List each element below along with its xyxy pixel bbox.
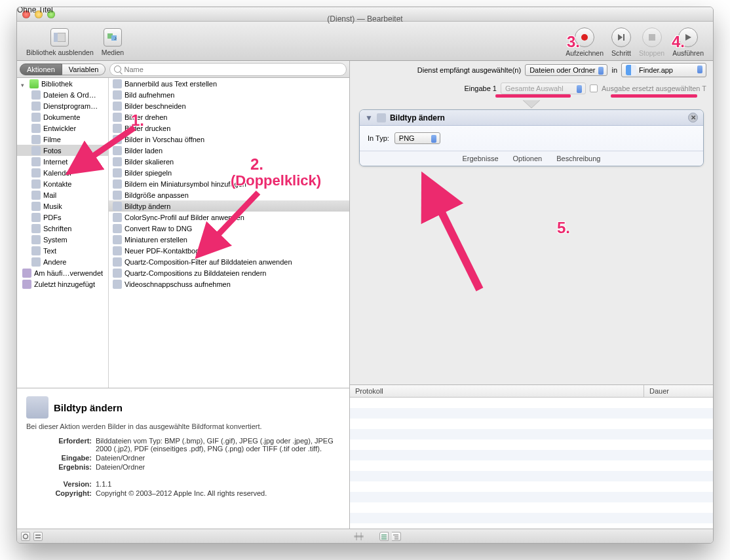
workflow-area[interactable]: ▼ Bildtyp ändern ✕ In Typ: PNG <box>356 100 706 381</box>
category-item[interactable]: Dienstprogram… <box>17 100 108 111</box>
info-title: Bildtyp ändern <box>26 396 340 419</box>
svg-rect-7 <box>649 34 655 41</box>
category-icon <box>31 124 41 133</box>
action-item[interactable]: Bilder in Vorschau öffnen <box>109 134 349 145</box>
action-item[interactable]: Quartz-Compositions zu Bilddateien rende… <box>109 267 349 278</box>
search-field[interactable] <box>109 63 347 76</box>
category-column[interactable]: Bibliothek Dateien & Ord…Dienstprogram…D… <box>17 78 109 388</box>
action-card-bildtyp[interactable]: ▼ Bildtyp ändern ✕ In Typ: PNG <box>359 109 704 166</box>
footer-description-button[interactable]: Beschreibung <box>556 155 600 162</box>
action-icon <box>113 191 122 200</box>
action-icon <box>113 135 122 144</box>
action-remove-button[interactable]: ✕ <box>688 113 698 122</box>
category-item[interactable]: PDFs <box>17 212 108 223</box>
action-item[interactable]: Bilder beschneiden <box>109 100 349 111</box>
replace-checkbox[interactable] <box>590 84 598 92</box>
footer-options-button[interactable]: Optionen <box>513 155 543 162</box>
search-icon <box>114 65 121 73</box>
view-list-button[interactable] <box>379 532 389 541</box>
intype-dropdown[interactable]: PNG <box>394 132 440 144</box>
view-outline-button[interactable] <box>392 532 401 541</box>
action-icon <box>113 257 122 267</box>
svg-marker-9 <box>522 100 541 108</box>
disclosure-triangle-icon[interactable]: ▼ <box>365 113 373 122</box>
action-large-icon <box>26 396 48 419</box>
category-item[interactable]: Mail <box>17 189 108 200</box>
action-icon <box>113 168 122 177</box>
action-icon <box>113 79 122 88</box>
action-item[interactable]: Bannerbild aus Text erstellen <box>109 78 349 89</box>
action-icon <box>113 102 122 111</box>
action-item[interactable]: Convert Raw to DNG <box>109 223 349 234</box>
action-item[interactable]: Bilder drucken <box>109 122 349 134</box>
action-item[interactable]: Bilder laden <box>109 145 349 156</box>
run-icon <box>678 28 698 47</box>
category-item[interactable]: Fotos <box>17 145 108 156</box>
log-col-protocol[interactable]: Protokoll <box>350 385 644 397</box>
svg-marker-8 <box>685 34 691 41</box>
category-item[interactable]: System <box>17 234 108 245</box>
action-item[interactable]: Bild aufnehmen <box>109 89 349 100</box>
action-card-body: In Typ: PNG <box>360 126 703 151</box>
footer-results-button[interactable]: Ergebnisse <box>463 155 499 162</box>
action-card-header[interactable]: ▼ Bildtyp ändern ✕ <box>360 110 703 126</box>
service-receives-dropdown[interactable]: Dateien oder Ordner <box>525 64 607 76</box>
category-item[interactable]: Text <box>17 245 108 256</box>
run-button[interactable]: Ausführen <box>668 28 708 57</box>
service-in-label: in <box>611 66 617 74</box>
svg-point-10 <box>24 534 28 538</box>
gear-menu-button[interactable] <box>21 532 30 541</box>
action-item[interactable]: Bilder spiegeln <box>109 167 349 178</box>
action-item[interactable]: Bildern ein Miniatursymbol hinzufügen <box>109 178 349 189</box>
search-input[interactable] <box>124 65 342 73</box>
library-columns: Bibliothek Dateien & Ord…Dienstprogram…D… <box>17 78 349 388</box>
action-item[interactable]: Quartz-Composition-Filter auf Bilddateie… <box>109 256 349 267</box>
category-item[interactable]: Dokumente <box>17 111 108 122</box>
category-icon <box>31 146 41 155</box>
category-icon <box>31 257 41 267</box>
action-item[interactable]: ColorSync-Profil auf Bilder anwenden <box>109 212 349 223</box>
stop-button[interactable]: Stoppen <box>635 28 668 57</box>
hide-library-button[interactable]: Bibliothek ausblenden <box>22 28 98 56</box>
action-icon <box>113 146 122 155</box>
category-item[interactable]: Andere <box>17 256 108 267</box>
smart-folder-item[interactable]: Zuletzt hinzugefügt <box>17 278 108 289</box>
category-item[interactable]: Entwickler <box>17 122 108 134</box>
action-icon <box>113 235 122 244</box>
step-button[interactable]: Schritt <box>607 28 635 57</box>
smart-folder-item[interactable]: Am häufi…verwendet <box>17 267 108 278</box>
tab-actions[interactable]: Aktionen <box>20 64 62 75</box>
media-button[interactable]: ♪ Medien <box>98 28 128 56</box>
main-area: Aktionen Variablen Bibliothek Dateien & … <box>17 61 713 529</box>
category-item[interactable]: Kalender <box>17 167 108 178</box>
library-root[interactable]: Bibliothek <box>17 78 108 89</box>
disclosure-triangle-icon[interactable] <box>21 81 27 86</box>
category-item[interactable]: Dateien & Ord… <box>17 89 108 100</box>
category-item[interactable]: Musik <box>17 200 108 212</box>
titlebar: Ohne Titel (Dienst) — Bearbeitet <box>17 7 713 22</box>
action-item[interactable]: Bilder drehen <box>109 111 349 122</box>
category-item[interactable]: Internet <box>17 156 108 167</box>
log-col-duration[interactable]: Dauer <box>644 385 713 397</box>
record-button[interactable]: Aufzeichnen <box>562 28 607 57</box>
actions-column[interactable]: Bannerbild aus Text erstellenBild aufneh… <box>109 78 349 388</box>
library-pane: Aktionen Variablen Bibliothek Dateien & … <box>17 61 350 529</box>
action-item[interactable]: Videoschnappschuss aufnehmen <box>109 278 349 289</box>
action-item[interactable]: Bildgröße anpassen <box>109 189 349 200</box>
action-card-title: Bildtyp ändern <box>390 113 445 122</box>
svg-rect-11 <box>35 534 41 536</box>
svg-rect-16 <box>393 534 398 536</box>
service-input-label: Eingabe 1 <box>356 84 497 92</box>
category-item[interactable]: Filme <box>17 134 108 145</box>
action-item[interactable]: Miniaturen erstellen <box>109 234 349 245</box>
category-item[interactable]: Schriften <box>17 223 108 234</box>
tab-variables[interactable]: Variablen <box>62 64 106 75</box>
action-item[interactable]: Bildtyp ändern <box>109 200 349 212</box>
service-app-dropdown[interactable]: Finder.app <box>621 63 706 77</box>
workflow-view-button[interactable] <box>33 532 43 541</box>
action-item[interactable]: Neuer PDF-Kontaktbogen <box>109 245 349 256</box>
stop-icon <box>642 28 662 47</box>
action-item[interactable]: Bilder skalieren <box>109 156 349 167</box>
action-icon <box>113 280 122 289</box>
category-item[interactable]: Kontakte <box>17 178 108 189</box>
